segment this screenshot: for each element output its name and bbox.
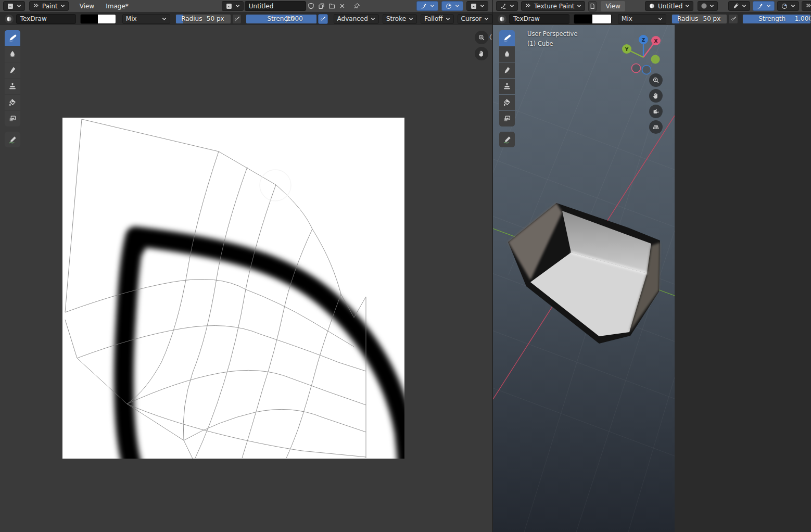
cube-object[interactable] [508,203,660,344]
clone-tool-button[interactable] [5,79,20,94]
radius-pressure-icon-3d[interactable] [728,14,738,24]
viewport-scene[interactable]: User Perspective (1) Cube Z X Y [493,25,675,532]
masking-eyedropper-button[interactable] [728,1,750,11]
smear-tool-button[interactable] [5,62,20,78]
draw-tool-button[interactable] [5,30,20,46]
annotate-tool-button[interactable] [5,132,20,147]
unlink-image-icon[interactable] [337,1,348,11]
paint-mode-dropdown[interactable]: Paint [29,1,69,11]
fill-tool-button-3d[interactable] [499,95,515,110]
view-menu-3d[interactable]: View [601,1,625,11]
texture-overlay-button[interactable] [802,1,811,11]
smear-tool-button-3d[interactable] [499,62,515,78]
viewport-zoom-icon[interactable] [649,73,663,87]
radius-slider[interactable]: Radius 50 px [175,14,231,24]
proportional-edit-button-3d[interactable] [753,1,775,11]
falloff-popover[interactable]: Falloff [421,14,453,24]
viewport-toolbar [499,30,515,147]
paint-mask-icon[interactable] [588,1,597,11]
radius-pressure-icon[interactable] [232,14,242,24]
strength-slider[interactable]: Strength 1.000 [246,14,316,24]
svg-text:Y: Y [625,47,629,52]
image-editor-header: Paint View Image* Untitled [0,0,492,12]
active-object-label: (1) Cube [527,40,553,47]
stroke-popover[interactable]: Stroke [383,14,417,24]
shading-sphere-button[interactable] [698,1,718,11]
annotate-tool-button-3d[interactable] [499,132,515,147]
zoom-tool-icon[interactable] [475,31,488,44]
draw-tool-button-3d[interactable] [499,30,515,46]
axis-gizmo[interactable]: Z X Y [618,30,670,82]
paint-canvas[interactable] [62,118,404,459]
painted-texture [62,118,404,459]
image-editor-tool-settings: TexDraw Mix Radius 50 px Strength 1.000 … [0,12,492,25]
pin-icon[interactable] [352,1,362,11]
editor-type-button-3d[interactable] [496,1,518,11]
mask-tool-button-3d[interactable] [499,111,515,126]
falloff-type-button[interactable] [441,1,463,11]
color-swatches[interactable] [80,14,116,24]
primary-color-swatch-3d[interactable] [574,15,593,23]
proportional-edit-button[interactable] [416,1,438,11]
viewport-tool-settings: TexDraw Mix Radius 50 px Strength 1.000 [493,12,811,25]
strength-pressure-icon[interactable] [318,14,328,24]
brush-cursor [260,170,291,201]
brush-datablock-icon-3d[interactable] [497,14,507,24]
image-menu[interactable]: Image* [101,1,133,11]
cursor-popover[interactable]: Cursor [458,14,492,24]
mode-dropdown[interactable]: Texture Paint [521,1,585,11]
fake-user-icon[interactable] [306,1,316,11]
image-browse-button[interactable] [222,1,244,11]
image-editor-toolbar [5,30,20,147]
open-image-icon[interactable] [327,1,337,11]
strength-slider-3d[interactable]: Strength 1.000 [742,14,811,24]
pan-tool-icon[interactable] [475,47,488,60]
viewport-perspective-icon[interactable] [649,120,663,134]
soften-tool-button-3d[interactable] [499,46,515,62]
image-editor-area: Paint View Image* Untitled [0,0,492,532]
primary-color-swatch[interactable] [81,15,98,23]
viewport-pan-icon[interactable] [649,89,663,103]
brush-name-field-3d[interactable]: TexDraw [509,14,569,24]
brush-datablock-icon[interactable] [4,14,14,24]
texture-slot-dropdown[interactable]: Untitled [645,1,693,11]
mask-tool-button[interactable] [5,111,20,126]
image-name-field[interactable]: Untitled [245,1,306,11]
editor-type-button[interactable] [3,1,25,11]
svg-text:X: X [654,39,658,44]
blend-mode-dropdown-3d[interactable]: Mix [618,14,666,24]
blend-mode-dropdown[interactable]: Mix [122,14,170,24]
advanced-popover[interactable]: Advanced [334,14,379,24]
new-image-icon[interactable] [316,1,327,11]
3d-viewport-area: Texture Paint View Untitled [492,0,811,532]
viewport-camera-icon[interactable] [649,105,663,118]
fill-tool-button[interactable] [5,95,20,110]
clone-tool-button-3d[interactable] [499,79,515,94]
brush-name-field[interactable]: TexDraw [16,14,76,24]
display-channels-button[interactable] [466,1,488,11]
radius-slider-3d[interactable]: Radius 50 px [671,14,727,24]
falloff-type-button-3d[interactable] [777,1,799,11]
viewport-header: Texture Paint View Untitled [493,0,811,12]
secondary-color-swatch-3d[interactable] [592,15,611,23]
perspective-label: User Perspective [527,30,577,37]
view-menu[interactable]: View [75,1,99,11]
secondary-color-swatch[interactable] [98,15,116,23]
color-swatches-3d[interactable] [574,14,612,24]
soften-tool-button[interactable] [5,46,20,62]
svg-text:Z: Z [642,37,645,43]
